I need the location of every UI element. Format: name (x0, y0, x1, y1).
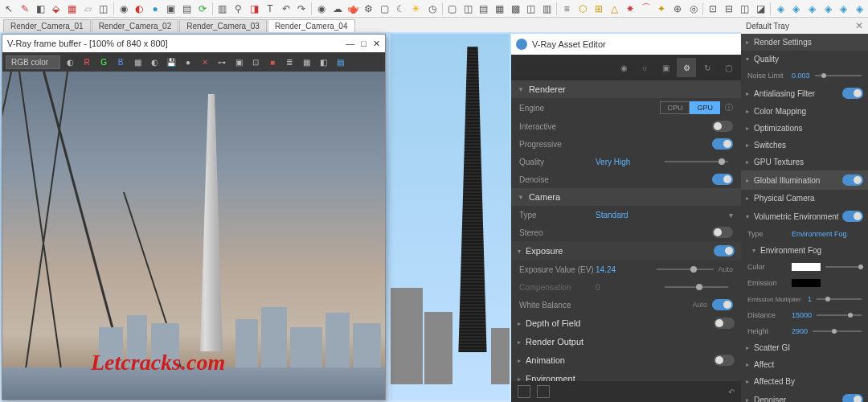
dropdown-icon[interactable]: ▾ (729, 211, 733, 219)
aa-filter-section[interactable]: ▸Antialiasing Filter (741, 84, 868, 103)
render-output[interactable]: Letcracks.com (2, 72, 385, 400)
denoiser-section[interactable]: ▸Denoiser (741, 390, 868, 402)
tool-eraser[interactable]: ◧ (33, 2, 47, 16)
fog-color-slider[interactable] (825, 266, 862, 268)
quality-section[interactable]: ▾Quality (741, 51, 868, 68)
tool-sun[interactable]: ☀ (409, 2, 424, 16)
tool-moon[interactable]: ☾ (393, 2, 407, 16)
denoiser-toggle[interactable] (842, 394, 863, 402)
tool-arc[interactable]: ⌒ (639, 2, 653, 16)
dof-toggle[interactable] (714, 318, 735, 329)
scatter-gi-section[interactable]: ▸Scatter GI (741, 339, 868, 356)
tool-g4[interactable]: ▥ (540, 2, 555, 16)
vfb-track-icon[interactable]: ⊡ (248, 55, 263, 69)
comp-slider[interactable] (665, 286, 729, 288)
tool-sphere[interactable]: ● (148, 2, 162, 16)
tool-cube4[interactable]: ◈ (821, 2, 835, 16)
minimize-icon[interactable]: — (346, 39, 354, 49)
render-tab-icon[interactable]: ↻ (698, 58, 717, 77)
tool-w2[interactable]: ◫ (461, 2, 475, 16)
tool-undo[interactable]: ↶ (279, 2, 293, 16)
geometry-tab-icon[interactable]: ▣ (656, 58, 675, 77)
tool-g3[interactable]: ◫ (524, 2, 538, 16)
channel-b[interactable]: B (113, 55, 128, 69)
vfb-history-icon[interactable]: ▤ (333, 55, 347, 69)
tray-body[interactable]: ▸Render Settings ▾Quality Noise Limit 0.… (741, 34, 868, 402)
tool-w1[interactable]: ▢ (445, 2, 460, 16)
gi-section[interactable]: ▸Global Illumination (741, 170, 868, 190)
anim-toggle[interactable] (714, 355, 735, 366)
vfb-save-icon[interactable]: 💾 (164, 55, 178, 69)
ae-titlebar[interactable]: V-Ray Asset Editor (511, 34, 741, 55)
aa-toggle[interactable] (842, 88, 863, 99)
vfb-circle-icon[interactable]: ● (181, 55, 195, 69)
tool-cube5[interactable]: ◈ (837, 2, 851, 16)
frame-tab-icon[interactable]: ▢ (719, 58, 738, 77)
maximize-icon[interactable]: □ (361, 39, 366, 49)
vfb-ab-icon[interactable]: ≣ (282, 55, 297, 69)
ev-slider[interactable] (657, 269, 713, 270)
tab-camera-01[interactable]: Render_Camera_01 (3, 19, 91, 32)
dof-section[interactable]: ▸Depth of Field (511, 314, 741, 333)
tool-l2[interactable]: ⊟ (722, 2, 736, 16)
vfb-link-icon[interactable]: ⊶ (215, 55, 229, 69)
tool-surface[interactable]: ◐ (132, 2, 146, 16)
tab-camera-03[interactable]: Render_Camera_03 (179, 19, 267, 32)
tab-camera-02[interactable]: Render_Camera_02 (92, 19, 179, 32)
close-icon[interactable]: ✕ (373, 39, 380, 49)
gpu-button[interactable]: GPU (690, 101, 720, 114)
height-slider[interactable] (813, 330, 862, 332)
cpu-button[interactable]: CPU (660, 101, 690, 114)
tool-geo[interactable]: ⊕ (670, 2, 685, 16)
tool-pencil[interactable]: ✎ (18, 2, 32, 16)
render-output-section[interactable]: ▸Render Output (511, 333, 741, 351)
tool-cog[interactable]: ⚙ (362, 2, 376, 16)
tool-refresh[interactable]: ⟳ (195, 2, 210, 16)
ve-toggle[interactable] (842, 211, 863, 222)
render-settings-section[interactable]: ▸Render Settings (741, 34, 868, 51)
denoise-toggle[interactable] (712, 174, 733, 185)
tool-cube1[interactable]: ◈ (773, 2, 788, 16)
fog-color-swatch[interactable] (792, 263, 821, 271)
vfb-pixel-icon[interactable]: ▦ (299, 55, 313, 69)
quality-slider[interactable] (665, 161, 729, 162)
load-preset-icon[interactable] (537, 385, 550, 398)
fog-emission-swatch[interactable] (792, 279, 821, 287)
tool-t1[interactable]: ⊞ (592, 2, 606, 16)
color-mapping-section[interactable]: ▸Color Mapping (741, 103, 868, 120)
gpu-textures-section[interactable]: ▸GPU Textures (741, 154, 868, 170)
emult-value[interactable]: 1 (808, 295, 812, 303)
tool-c2[interactable]: ◪ (754, 2, 768, 16)
stereo-toggle[interactable] (712, 227, 733, 238)
tray-close-icon[interactable]: ✕ (855, 20, 863, 31)
lights-tab-icon[interactable]: ☼ (635, 58, 654, 77)
wb-toggle[interactable] (712, 299, 733, 310)
tab-camera-04[interactable]: Render_Camera_04 (268, 19, 355, 32)
emult-slider[interactable] (817, 298, 862, 300)
tool-select[interactable]: ▦ (65, 2, 80, 16)
tool-render-s[interactable]: ◉ (314, 2, 329, 16)
switches-section[interactable]: ▸Switches (741, 137, 868, 154)
height-value[interactable]: 2900 (792, 327, 808, 335)
env-fog-section[interactable]: ▾Environment Fog (741, 242, 868, 259)
renderer-section[interactable]: ▼Renderer (511, 80, 741, 98)
vol-env-section[interactable]: ▾Volumetric Environment (741, 207, 868, 226)
tool-group[interactable]: ◫ (96, 2, 111, 16)
tool-dropper[interactable]: ⚲ (231, 2, 246, 16)
tool-cube6[interactable]: ◈ (853, 2, 867, 16)
animation-section[interactable]: ▸Animation (511, 351, 741, 370)
tool-g2[interactable]: ▩ (508, 2, 522, 16)
env-type-value[interactable]: Environment Fog (792, 230, 847, 238)
tool-text[interactable]: T (263, 2, 277, 16)
affected-by-section[interactable]: ▸Affected By (741, 373, 868, 390)
channel-toggle[interactable]: ◐ (63, 55, 77, 69)
save-preset-icon[interactable] (518, 385, 530, 398)
tool-cursor[interactable]: ↖ (2, 2, 16, 16)
revert-icon[interactable]: ↶ (728, 388, 735, 396)
tool-tri[interactable]: △ (607, 2, 621, 16)
tool-l1[interactable]: ⊡ (706, 2, 720, 16)
tool-bucket[interactable]: ⬙ (49, 2, 63, 16)
noise-value[interactable]: 0.003 (792, 72, 810, 80)
gi-toggle[interactable] (842, 174, 863, 186)
tool-ruler[interactable]: ▱ (80, 2, 95, 16)
